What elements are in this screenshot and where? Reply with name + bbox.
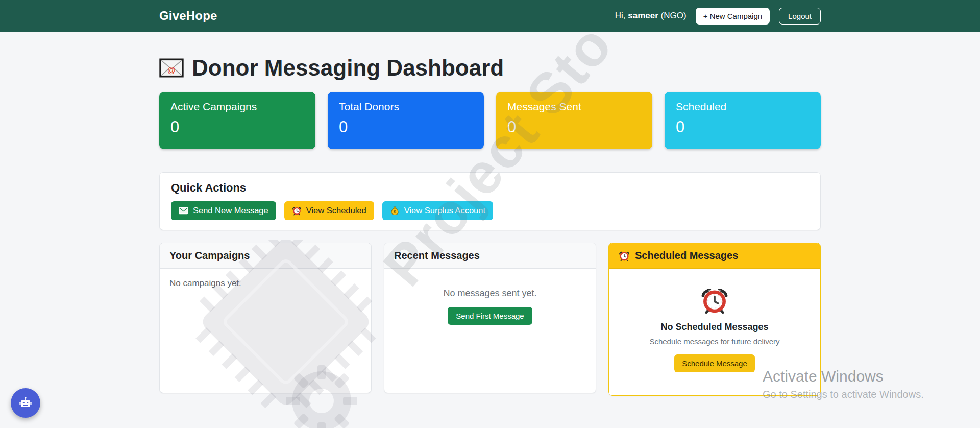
quick-actions-title: Quick Actions bbox=[171, 181, 809, 195]
stat-value: 0 bbox=[507, 118, 641, 136]
schedule-message-button[interactable]: Schedule Message bbox=[674, 354, 755, 372]
recent-messages-panel: Recent Messages No messages sent yet. Se… bbox=[384, 243, 596, 393]
button-label: Send New Message bbox=[193, 206, 268, 216]
stat-value: 0 bbox=[676, 118, 810, 136]
envelope-icon bbox=[179, 206, 188, 216]
quick-actions-panel: Quick Actions Send New Message View Sche… bbox=[159, 172, 821, 230]
username: sameer bbox=[628, 11, 658, 20]
send-new-message-button[interactable]: Send New Message bbox=[171, 201, 276, 220]
top-navbar: GiveHope Hi, sameer (NGO) + New Campaign… bbox=[0, 0, 980, 32]
view-surplus-account-button[interactable]: $ View Surplus Account bbox=[382, 201, 493, 220]
stat-value: 0 bbox=[170, 118, 304, 136]
campaigns-empty-text: No campaigns yet. bbox=[169, 278, 361, 289]
stat-card-scheduled: Scheduled 0 bbox=[665, 92, 821, 149]
stat-card-total-donors: Total Donors 0 bbox=[328, 92, 484, 149]
brand-logo[interactable]: GiveHope bbox=[159, 9, 217, 23]
stat-label: Scheduled bbox=[676, 101, 810, 113]
scheduled-messages-header: Scheduled Messages bbox=[609, 243, 820, 269]
button-label: View Surplus Account bbox=[404, 206, 485, 216]
button-label: View Scheduled bbox=[306, 206, 366, 216]
scheduled-empty-subtitle: Schedule messages for future delivery bbox=[619, 337, 811, 346]
recent-messages-header: Recent Messages bbox=[384, 243, 596, 269]
svg-text:@: @ bbox=[167, 66, 175, 75]
alarm-clock-icon bbox=[700, 286, 729, 315]
stat-card-messages-sent: Messages Sent 0 bbox=[496, 92, 652, 149]
stat-label: Messages Sent bbox=[507, 101, 641, 113]
user-greeting: Hi, sameer (NGO) bbox=[615, 11, 687, 21]
view-scheduled-button[interactable]: View Scheduled bbox=[284, 201, 374, 220]
quick-actions-buttons: Send New Message View Scheduled $ bbox=[171, 201, 809, 220]
panels-row: Your Campaigns No campaigns yet. Recent … bbox=[159, 243, 821, 396]
stat-value: 0 bbox=[339, 118, 473, 136]
your-campaigns-panel: Your Campaigns No campaigns yet. bbox=[159, 243, 372, 393]
scheduled-messages-panel: Scheduled Messages No Scheduled Messages… bbox=[608, 243, 821, 396]
scheduled-empty-title: No Scheduled Messages bbox=[619, 322, 811, 332]
messages-empty-text: No messages sent yet. bbox=[394, 288, 586, 299]
navbar-right-group: Hi, sameer (NGO) + New Campaign Logout bbox=[615, 8, 821, 25]
greeting-role: (NGO) bbox=[658, 11, 687, 20]
stat-card-active-campaigns: Active Campaigns 0 bbox=[159, 92, 315, 149]
robot-icon bbox=[18, 396, 33, 410]
email-icon: @ bbox=[159, 58, 184, 78]
page-title: @ Donor Messaging Dashboard bbox=[159, 55, 821, 81]
stat-label: Active Campaigns bbox=[170, 101, 304, 113]
alarm-clock-icon bbox=[619, 250, 630, 261]
svg-text:$: $ bbox=[394, 209, 396, 215]
scheduled-header-text: Scheduled Messages bbox=[635, 250, 738, 261]
greeting-prefix: Hi, bbox=[615, 11, 628, 20]
send-first-message-button[interactable]: Send First Message bbox=[448, 307, 532, 325]
chatbot-fab-button[interactable] bbox=[11, 388, 40, 418]
page-title-text: Donor Messaging Dashboard bbox=[192, 55, 504, 81]
money-bag-icon: $ bbox=[390, 206, 400, 216]
stat-label: Total Donors bbox=[339, 101, 473, 113]
main-content: @ Donor Messaging Dashboard Active Campa… bbox=[159, 32, 821, 396]
alarm-clock-icon bbox=[292, 206, 302, 216]
your-campaigns-header: Your Campaigns bbox=[160, 243, 371, 269]
logout-button[interactable]: Logout bbox=[779, 8, 821, 25]
stats-row: Active Campaigns 0 Total Donors 0 Messag… bbox=[159, 92, 821, 149]
new-campaign-button[interactable]: + New Campaign bbox=[696, 8, 770, 25]
